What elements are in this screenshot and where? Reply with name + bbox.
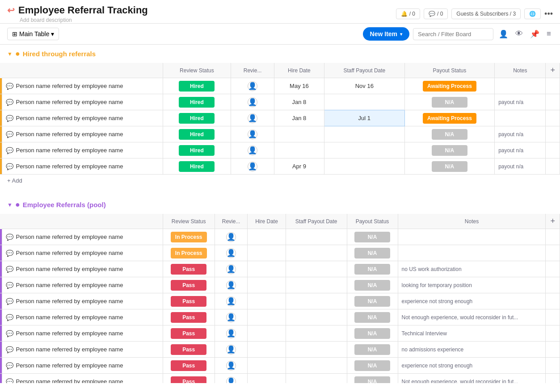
staff-payout-date-cell[interactable] xyxy=(286,325,347,342)
hire-date-cell[interactable]: May 16 xyxy=(274,78,324,94)
notes-cell[interactable]: experience not strong enough xyxy=(398,358,546,374)
comment-icon[interactable]: 💬 xyxy=(6,163,13,170)
hire-date-cell[interactable] xyxy=(248,309,286,325)
reviewer-cell[interactable]: 👤 xyxy=(215,277,247,293)
comment-icon[interactable]: 💬 xyxy=(6,314,13,321)
hire-date-cell[interactable]: Apr 9 xyxy=(274,158,324,175)
notes-cell[interactable]: payout n/a xyxy=(495,142,546,158)
hire-date-cell[interactable] xyxy=(248,261,286,277)
board-description[interactable]: Add board description xyxy=(20,17,148,23)
payout-status-cell[interactable]: N/A xyxy=(347,358,398,374)
more-options-button[interactable]: ••• xyxy=(544,9,553,19)
staff-payout-date-cell[interactable] xyxy=(286,358,347,374)
staff-payout-date-cell[interactable]: Nov 16 xyxy=(324,78,404,94)
review-status-cell[interactable]: Pass xyxy=(163,309,215,325)
comment-icon[interactable]: 💬 xyxy=(6,115,13,122)
payout-status-cell[interactable]: N/A xyxy=(404,94,495,110)
review-status-cell[interactable]: Hired xyxy=(163,94,231,110)
reviewer-cell[interactable]: 👤 xyxy=(231,158,274,175)
notes-cell[interactable] xyxy=(398,229,546,245)
notes-cell[interactable]: payout n/a xyxy=(495,94,546,110)
staff-payout-date-cell[interactable] xyxy=(324,94,404,110)
notes-cell[interactable]: Technical Interview xyxy=(398,325,546,342)
comment-icon[interactable]: 💬 xyxy=(6,330,13,337)
group-pool-chevron-icon[interactable]: ▼ xyxy=(7,202,13,208)
reviewer-cell[interactable]: 👤 xyxy=(215,229,247,245)
notes-cell[interactable]: payout n/a xyxy=(495,158,546,175)
hire-date-cell[interactable] xyxy=(274,126,324,142)
reviewer-cell[interactable]: 👤 xyxy=(215,309,247,325)
activity-button[interactable]: 🔔 / 0 xyxy=(396,8,420,19)
staff-payout-date-cell[interactable] xyxy=(286,309,347,325)
review-status-cell[interactable]: Pass xyxy=(163,374,215,384)
hire-date-cell[interactable] xyxy=(248,277,286,293)
notes-cell[interactable] xyxy=(495,110,546,126)
payout-status-cell[interactable]: N/A xyxy=(347,325,398,342)
staff-payout-date-cell[interactable] xyxy=(286,293,347,309)
group-hired-chevron-icon[interactable]: ▼ xyxy=(7,51,13,57)
staff-payout-date-cell[interactable] xyxy=(324,158,404,175)
review-status-cell[interactable]: Pass xyxy=(163,261,215,277)
payout-status-cell[interactable]: N/A xyxy=(347,342,398,358)
reviewer-cell[interactable]: 👤 xyxy=(215,374,247,384)
hired-add-col-icon[interactable]: + xyxy=(550,66,555,75)
reviewer-cell[interactable]: 👤 xyxy=(231,78,274,94)
search-input[interactable] xyxy=(413,28,493,40)
notes-cell[interactable] xyxy=(495,78,546,94)
comment-icon[interactable]: 💬 xyxy=(6,266,13,273)
review-status-cell[interactable]: Pass xyxy=(163,293,215,309)
comment-icon[interactable]: 💬 xyxy=(6,83,13,90)
share-button[interactable]: 🌐 xyxy=(524,8,541,19)
user-icon-button[interactable]: 👤 xyxy=(497,28,510,41)
payout-status-cell[interactable]: Awaiting Process xyxy=(404,78,495,94)
payout-status-cell[interactable]: N/A xyxy=(347,374,398,384)
staff-payout-date-cell[interactable]: Jul 1 xyxy=(324,110,404,126)
payout-status-cell[interactable]: N/A xyxy=(347,293,398,309)
payout-status-cell[interactable]: N/A xyxy=(404,142,495,158)
main-table-button[interactable]: ⊞ Main Table ▾ xyxy=(7,28,59,40)
notes-cell[interactable]: experience not strong enough xyxy=(398,293,546,309)
staff-payout-date-cell[interactable] xyxy=(286,277,347,293)
review-status-cell[interactable]: Hired xyxy=(163,78,231,94)
staff-payout-date-cell[interactable] xyxy=(286,374,347,384)
hire-date-cell[interactable]: Jan 8 xyxy=(274,94,324,110)
comment-icon[interactable]: 💬 xyxy=(6,99,13,106)
review-status-cell[interactable]: Hired xyxy=(163,142,231,158)
hire-date-cell[interactable] xyxy=(248,293,286,309)
hire-date-cell[interactable]: Jan 8 xyxy=(274,110,324,126)
staff-payout-date-cell[interactable] xyxy=(286,245,347,261)
review-status-cell[interactable]: Pass xyxy=(163,342,215,358)
reviewer-cell[interactable]: 👤 xyxy=(215,342,247,358)
pool-add-col-icon[interactable]: + xyxy=(550,217,555,225)
reviewer-cell[interactable]: 👤 xyxy=(231,126,274,142)
payout-status-cell[interactable]: N/A xyxy=(404,126,495,142)
hire-date-cell[interactable] xyxy=(248,358,286,374)
notes-cell[interactable]: no US work authorization xyxy=(398,261,546,277)
hire-date-cell[interactable] xyxy=(248,325,286,342)
notes-cell[interactable]: Not enough experience, would reconsider … xyxy=(398,309,546,325)
notes-cell[interactable]: Not enough experience, would reconsider … xyxy=(398,374,546,384)
comment-icon[interactable]: 💬 xyxy=(6,282,13,289)
eye-icon-button[interactable]: 👁 xyxy=(514,28,525,40)
reviewer-cell[interactable]: 👤 xyxy=(215,358,247,374)
comment-icon[interactable]: 💬 xyxy=(6,298,13,305)
payout-status-cell[interactable]: N/A xyxy=(404,158,495,175)
staff-payout-date-cell[interactable] xyxy=(286,229,347,245)
payout-status-cell[interactable]: N/A xyxy=(347,229,398,245)
staff-payout-date-cell[interactable] xyxy=(286,342,347,358)
payout-status-cell[interactable]: N/A xyxy=(347,277,398,293)
payout-status-cell[interactable]: N/A xyxy=(347,245,398,261)
review-status-cell[interactable]: Pass xyxy=(163,277,215,293)
updates-button[interactable]: 💬 / 0 xyxy=(424,8,448,19)
notes-cell[interactable] xyxy=(398,245,546,261)
staff-payout-date-cell[interactable] xyxy=(286,261,347,277)
comment-icon[interactable]: 💬 xyxy=(6,147,13,154)
hire-date-cell[interactable] xyxy=(274,142,324,158)
notes-cell[interactable]: looking for temporary position xyxy=(398,277,546,293)
reviewer-cell[interactable]: 👤 xyxy=(231,94,274,110)
comment-icon[interactable]: 💬 xyxy=(6,362,13,369)
review-status-cell[interactable]: In Process xyxy=(163,245,215,261)
comment-icon[interactable]: 💬 xyxy=(6,234,13,241)
reviewer-cell[interactable]: 👤 xyxy=(215,245,247,261)
review-status-cell[interactable]: Pass xyxy=(163,358,215,374)
